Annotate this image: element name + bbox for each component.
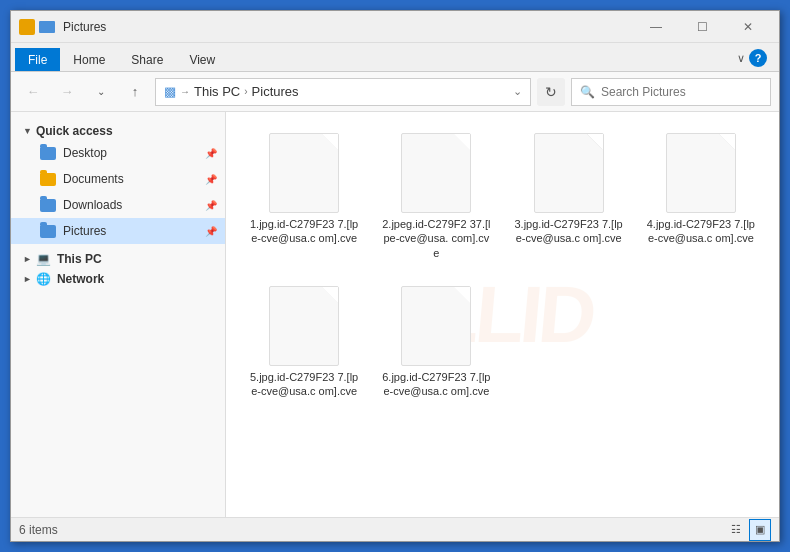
pin-icon-desktop: 📌 [205, 148, 217, 159]
address-path[interactable]: ▩ → This PC › Pictures ⌄ [155, 78, 531, 106]
ribbon-tabs: File Home Share View ∨ ? [11, 43, 779, 71]
pin-icon-pictures: 📌 [205, 226, 217, 237]
window-controls: — ☐ ✕ [633, 11, 771, 43]
file-item-5[interactable]: 5.jpg.id-C279F23 7.[lpe-cve@usa.c om].cv… [242, 277, 366, 408]
desktop-icon [39, 144, 57, 162]
this-pc-label: This PC [57, 252, 102, 266]
status-bar: 6 items ☷ ▣ [11, 517, 779, 541]
file-corner-fold-5 [322, 287, 338, 303]
file-corner-fold-1 [322, 134, 338, 150]
sidebar-desktop-label: Desktop [63, 146, 107, 160]
expand-arrow-network-icon: ► [23, 274, 32, 284]
file-thumbnail-2 [401, 133, 471, 213]
file-name-3: 3.jpg.id-C279F23 7.[lpe-cve@usa.c om].cv… [514, 217, 624, 246]
network-group[interactable]: ► 🌐 Network [11, 268, 225, 288]
forward-button[interactable]: → [53, 78, 81, 106]
file-thumbnail-5 [269, 286, 339, 366]
refresh-button[interactable]: ↻ [537, 78, 565, 106]
tab-share[interactable]: Share [118, 48, 176, 71]
quick-access-label: Quick access [36, 124, 113, 138]
network-label: Network [57, 272, 104, 286]
pin-icon-documents: 📌 [205, 174, 217, 185]
main-content: ▼ Quick access Desktop 📌 Documents 📌 [11, 112, 779, 517]
expand-arrow-pc-icon: ► [23, 254, 32, 264]
window-title: Pictures [63, 20, 633, 34]
path-icon: ▩ [164, 84, 176, 99]
file-thumbnail-3 [534, 133, 604, 213]
file-thumbnail-4 [666, 133, 736, 213]
file-thumbnail-1 [269, 133, 339, 213]
file-name-1: 1.jpg.id-C279F23 7.[lpe-cve@usa.c om].cv… [249, 217, 359, 246]
file-item-3[interactable]: 3.jpg.id-C279F23 7.[lpe-cve@usa.c om].cv… [507, 124, 631, 269]
sidebar-downloads-label: Downloads [63, 198, 122, 212]
sidebar-documents-label: Documents [63, 172, 124, 186]
search-box[interactable]: 🔍 [571, 78, 771, 106]
tab-view[interactable]: View [176, 48, 228, 71]
path-dropdown-button[interactable]: ⌄ [513, 85, 522, 98]
toolbar-icon-small [39, 21, 55, 33]
folder-icon-small [19, 19, 35, 35]
title-bar: Pictures — ☐ ✕ [11, 11, 779, 43]
path-pictures[interactable]: Pictures [252, 84, 299, 99]
file-corner-fold-2 [454, 134, 470, 150]
tab-home[interactable]: Home [60, 48, 118, 71]
ribbon: File Home Share View ∨ ? [11, 43, 779, 72]
documents-icon [39, 170, 57, 188]
file-item-6[interactable]: 6.jpg.id-C279F23 7.[lpe-cve@usa.c om].cv… [374, 277, 498, 408]
files-grid: 1.jpg.id-C279F23 7.[lpe-cve@usa.c om].cv… [242, 124, 763, 407]
help-button[interactable]: ? [749, 49, 767, 67]
sidebar-pictures-label: Pictures [63, 224, 106, 238]
file-area: ILLID 1.jpg.id-C279F23 7.[lpe-cve@usa.c … [226, 112, 779, 517]
file-name-5: 5.jpg.id-C279F23 7.[lpe-cve@usa.c om].cv… [249, 370, 359, 399]
network-icon: 🌐 [36, 272, 51, 286]
minimize-button[interactable]: — [633, 11, 679, 43]
sidebar: ▼ Quick access Desktop 📌 Documents 📌 [11, 112, 226, 517]
back-button[interactable]: ← [19, 78, 47, 106]
expand-ribbon-button[interactable]: ∨ [737, 52, 745, 65]
pin-icon-downloads: 📌 [205, 200, 217, 211]
up-button[interactable]: ↑ [121, 78, 149, 106]
file-corner-fold-6 [454, 287, 470, 303]
file-thumbnail-6 [401, 286, 471, 366]
file-name-4: 4.jpg.id-C279F23 7.[lpe-cve@usa.c om].cv… [646, 217, 756, 246]
sidebar-item-downloads[interactable]: Downloads 📌 [11, 192, 225, 218]
item-count: 6 items [19, 523, 58, 537]
view-toggle: ☷ ▣ [725, 519, 771, 541]
maximize-button[interactable]: ☐ [679, 11, 725, 43]
details-view-button[interactable]: ☷ [725, 519, 747, 541]
sidebar-item-documents[interactable]: Documents 📌 [11, 166, 225, 192]
search-input[interactable] [601, 85, 762, 99]
file-corner-fold-4 [719, 134, 735, 150]
address-bar: ← → ⌄ ↑ ▩ → This PC › Pictures ⌄ ↻ 🔍 [11, 72, 779, 112]
file-name-6: 6.jpg.id-C279F23 7.[lpe-cve@usa.c om].cv… [381, 370, 491, 399]
path-separator-1: → [180, 86, 190, 97]
file-corner-fold-3 [587, 134, 603, 150]
recent-locations-button[interactable]: ⌄ [87, 78, 115, 106]
sidebar-item-desktop[interactable]: Desktop 📌 [11, 140, 225, 166]
search-icon: 🔍 [580, 85, 595, 99]
quick-access-group[interactable]: ▼ Quick access [11, 120, 225, 140]
tab-file[interactable]: File [15, 48, 60, 71]
file-item-4[interactable]: 4.jpg.id-C279F23 7.[lpe-cve@usa.c om].cv… [639, 124, 763, 269]
path-this-pc[interactable]: This PC [194, 84, 240, 99]
downloads-icon [39, 196, 57, 214]
ribbon-expand: ∨ ? [729, 45, 775, 71]
pictures-icon [39, 222, 57, 240]
this-pc-group[interactable]: ► 💻 This PC [11, 248, 225, 268]
explorer-window: Pictures — ☐ ✕ File Home Share View ∨ ? … [10, 10, 780, 542]
file-name-2: 2.jpeg.id-C279F2 37.[lpe-cve@usa. com].c… [381, 217, 491, 260]
path-separator-2: › [244, 86, 247, 97]
file-item-1[interactable]: 1.jpg.id-C279F23 7.[lpe-cve@usa.c om].cv… [242, 124, 366, 269]
large-icons-view-button[interactable]: ▣ [749, 519, 771, 541]
sidebar-item-pictures[interactable]: Pictures 📌 [11, 218, 225, 244]
this-pc-icon: 💻 [36, 252, 51, 266]
close-button[interactable]: ✕ [725, 11, 771, 43]
expand-arrow-icon: ▼ [23, 126, 32, 136]
title-bar-icons [19, 19, 55, 35]
file-item-2[interactable]: 2.jpeg.id-C279F2 37.[lpe-cve@usa. com].c… [374, 124, 498, 269]
